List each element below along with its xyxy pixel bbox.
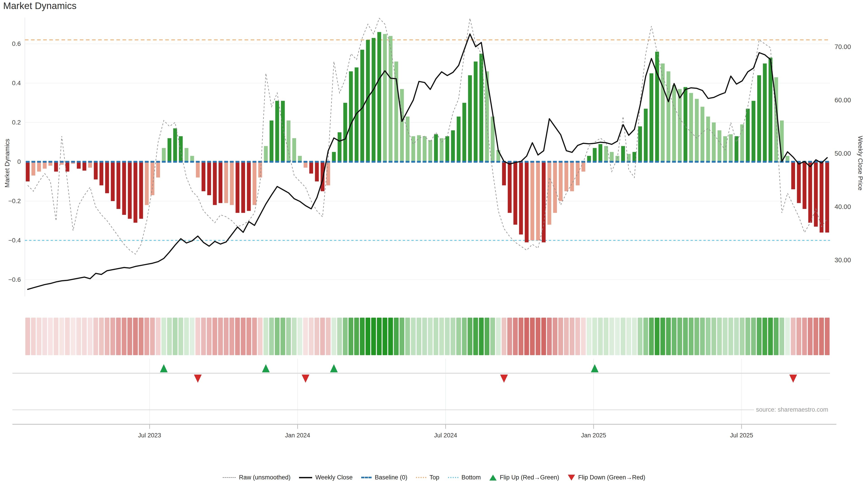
dynamics-bar [247,162,251,211]
heatmap-cell [632,318,637,355]
dynamics-bar [463,103,466,162]
heatmap-cell [610,318,614,355]
legend-label: Flip Up (Red→Green) [500,474,559,481]
x-tick-label: Jul 2024 [434,432,457,439]
heatmap-cell [411,318,416,355]
dynamics-bar [445,136,449,162]
dynamics-bar [746,109,750,162]
right-tick-label: 30.00 [835,256,851,264]
heatmap-cell [706,318,710,355]
heatmap-cell [224,318,228,355]
dynamics-bar [474,61,477,162]
dynamics-bar [281,101,285,162]
heatmap-cell [575,318,580,355]
heatmap-cell [553,318,557,355]
dynamics-bar [37,162,41,172]
dynamics-bar [502,162,506,185]
right-tick-label: 60.00 [835,96,851,104]
dynamics-bar [513,162,517,225]
heatmap-cell [161,318,166,355]
heatmap-cell [819,318,824,355]
heatmap-cell [774,318,778,355]
heatmap-cell [320,318,325,355]
left-tick-label: −0.2 [8,197,21,204]
dynamics-bar [270,121,274,162]
legend-item-top: Top [416,474,439,481]
heatmap-cell [343,318,348,355]
heatmap-cell [348,318,353,355]
left-tick-label: 0 [17,158,21,165]
dynamics-bar [145,162,149,205]
dynamics-bar [184,148,188,162]
legend-item-flip-up: Flip Up (Red→Green) [489,474,559,481]
heatmap-cell [439,318,444,355]
dynamics-bar [236,162,239,213]
dynamics-bar [213,162,217,205]
dynamics-bar [593,148,596,162]
dynamics-bar [479,54,483,162]
heatmap-cell [502,318,506,355]
dynamics-bar [309,162,313,173]
dynamics-bar [706,117,710,162]
heatmap-cell [394,318,399,355]
heatmap-cell [485,318,489,355]
dynamics-bar [803,162,807,209]
dynamics-bar [332,152,336,162]
dynamics-bar [553,162,557,213]
dynamics-bar [258,162,262,177]
dynamics-bar [661,64,665,162]
dynamics-bar [207,162,211,195]
legend-label: Bottom [462,474,481,481]
heatmap-cell [643,318,648,355]
dynamics-bar [202,162,206,191]
heatmap-cell [626,318,631,355]
dynamics-bar [451,130,455,162]
heatmap-cell [519,318,523,355]
heatmap-cell [416,318,421,355]
heatmap-cell [649,318,654,355]
dynamics-bar [343,103,347,162]
heatmap-cell [490,318,495,355]
dynamics-bar [604,146,608,162]
dynamics-bar [162,148,166,162]
heatmap-cell [31,318,36,355]
x-tick-label: Jul 2023 [138,432,161,439]
heatmap-cell [468,318,472,355]
flip-down-marker [194,375,202,383]
dynamics-bar [105,162,109,193]
heatmap-cell [621,318,625,355]
flip-up-marker [160,364,168,372]
flip-up-marker [330,364,338,372]
dynamics-bar [264,146,268,162]
heatmap-cell [405,318,410,355]
heatmap-cell [332,318,336,355]
flip-down-marker [302,375,309,383]
heatmap-cell [558,318,563,355]
heatmap-cell [740,318,745,355]
heatmap-cell [717,318,722,355]
dynamics-bar [26,162,30,182]
heatmap-cell [763,318,767,355]
heatmap-cell [660,318,665,355]
heatmap-cell [133,318,138,355]
legend-item-baseline: Baseline (0) [361,474,407,481]
heatmap-cell [825,318,830,355]
dynamics-bar [54,162,58,172]
dynamics-bar [122,162,126,215]
dynamics-bar [252,162,256,205]
heatmap-cell [615,318,620,355]
heatmap-cell [309,318,313,355]
dynamics-bar [349,71,353,162]
heatmap-cell [779,318,784,355]
dynamics-bar [230,162,234,205]
heatmap-cell [184,318,189,355]
dynamics-bar [598,144,602,162]
heatmap-cell [638,318,643,355]
heatmap-cell [156,318,160,355]
heatmap-cell [65,318,70,355]
heatmap-cell [269,318,274,355]
heatmap-cell [524,318,529,355]
dynamics-bar [167,138,171,162]
heatmap-cell [371,318,376,355]
dynamics-bar [423,136,427,162]
